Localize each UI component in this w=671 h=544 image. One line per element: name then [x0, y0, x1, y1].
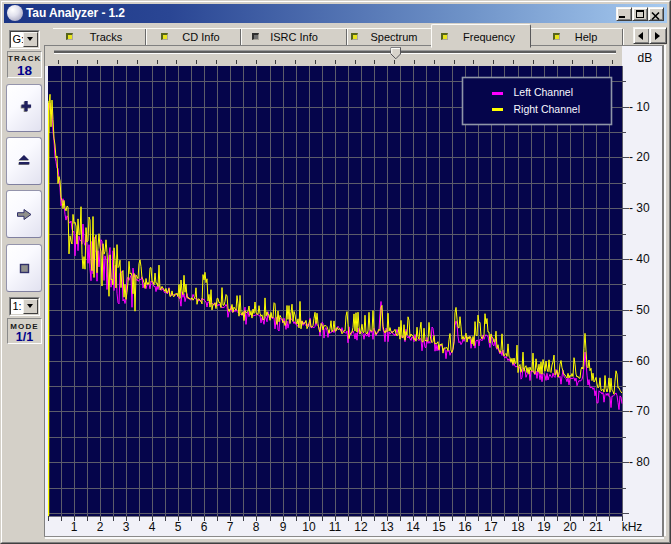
svg-text:9: 9: [280, 520, 287, 534]
svg-text:19: 19: [537, 520, 551, 534]
svg-text:- 50: - 50: [629, 303, 650, 317]
svg-text:4: 4: [149, 520, 156, 534]
svg-text:6: 6: [201, 520, 208, 534]
svg-text:10: 10: [302, 520, 316, 534]
svg-text:- 30: - 30: [629, 201, 650, 215]
svg-text:- 20: - 20: [629, 150, 650, 164]
svg-text:5: 5: [175, 520, 182, 534]
svg-text:14: 14: [406, 520, 420, 534]
svg-text:15: 15: [432, 520, 446, 534]
svg-text:- 80: - 80: [629, 455, 650, 469]
svg-text:kHz: kHz: [622, 520, 643, 534]
svg-text:21: 21: [589, 520, 603, 534]
svg-text:- 40: - 40: [629, 252, 650, 266]
svg-text:17: 17: [484, 520, 498, 534]
svg-text:2: 2: [97, 520, 104, 534]
svg-text:7: 7: [227, 520, 234, 534]
svg-text:- 70: - 70: [629, 404, 650, 418]
svg-text:13: 13: [380, 520, 394, 534]
svg-text:3: 3: [123, 520, 130, 534]
svg-text:- 60: - 60: [629, 354, 650, 368]
svg-text:8: 8: [253, 520, 260, 534]
svg-text:12: 12: [354, 520, 368, 534]
svg-text:Right Channel: Right Channel: [514, 103, 581, 115]
svg-text:16: 16: [458, 520, 472, 534]
svg-text:18: 18: [511, 520, 525, 534]
svg-text:Left Channel: Left Channel: [514, 86, 574, 98]
svg-text:dB: dB: [638, 51, 653, 65]
svg-text:- 10: - 10: [629, 100, 650, 114]
svg-text:20: 20: [563, 520, 577, 534]
svg-text:1: 1: [71, 520, 78, 534]
svg-text:11: 11: [329, 520, 342, 534]
